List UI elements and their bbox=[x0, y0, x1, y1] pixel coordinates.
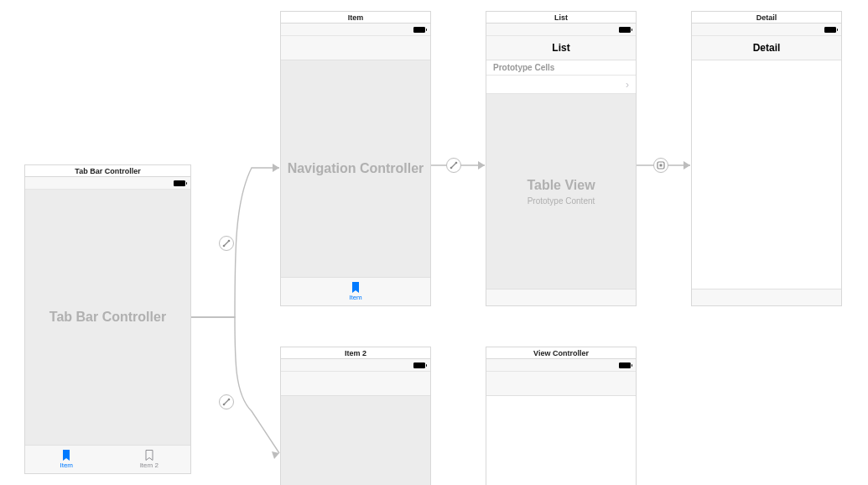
svg-point-8 bbox=[450, 167, 453, 169]
status-bar bbox=[25, 177, 190, 190]
tab-bar: Item bbox=[281, 277, 430, 305]
svg-marker-2 bbox=[478, 161, 485, 169]
svg-marker-1 bbox=[272, 451, 279, 459]
scene-item2[interactable]: Item 2 bbox=[280, 347, 431, 485]
table-placeholder-sub: Prototype Content bbox=[528, 196, 595, 206]
scene-title: Item 2 bbox=[281, 347, 430, 359]
scene-list[interactable]: List List Prototype Cells › Table View P… bbox=[486, 11, 637, 306]
scene-title: Tab Bar Controller bbox=[25, 165, 190, 177]
nav-bar-empty bbox=[281, 372, 430, 396]
scene-tab-bar-controller[interactable]: Tab Bar Controller Tab Bar Controller It… bbox=[24, 164, 191, 474]
tab-bar-placeholder bbox=[486, 289, 636, 305]
bookmark-icon bbox=[62, 450, 70, 461]
chevron-right-icon: › bbox=[626, 79, 629, 91]
nav-bar-empty bbox=[486, 372, 636, 396]
table-view[interactable]: Prototype Cells › Table View Prototype C… bbox=[486, 60, 636, 289]
bookmark-icon bbox=[145, 450, 153, 461]
scene-title: View Controller bbox=[486, 347, 636, 359]
table-placeholder: Table View Prototype Content bbox=[486, 94, 636, 289]
scene-title: Item bbox=[281, 12, 430, 23]
segue-badge-root[interactable] bbox=[446, 158, 461, 173]
bookmark-icon bbox=[351, 282, 360, 293]
segue-badge-relationship-2[interactable] bbox=[219, 394, 234, 409]
nav-bar: List bbox=[486, 36, 636, 60]
tab-item-1[interactable]: Item bbox=[25, 446, 108, 473]
tab-item-2[interactable]: Item 2 bbox=[108, 446, 191, 473]
nav-bar: Detail bbox=[692, 36, 841, 60]
status-bar bbox=[281, 359, 430, 372]
tab-label: Item bbox=[60, 462, 73, 469]
battery-icon bbox=[619, 362, 631, 368]
status-bar bbox=[486, 359, 636, 372]
svg-marker-3 bbox=[683, 161, 690, 169]
tab-bar-placeholder bbox=[692, 289, 841, 305]
vc-content bbox=[486, 396, 636, 485]
scene-item-nav-controller[interactable]: Item Navigation Controller Item bbox=[280, 11, 431, 306]
battery-icon bbox=[824, 27, 836, 33]
segue-badge-relationship-1[interactable] bbox=[219, 236, 234, 251]
nav-content: Navigation Controller bbox=[281, 60, 430, 277]
tab-bar: Item Item 2 bbox=[25, 445, 190, 473]
tab-item-single[interactable]: Item bbox=[342, 278, 369, 305]
table-placeholder-title: Table View bbox=[527, 178, 595, 193]
tab-label: Item bbox=[349, 294, 362, 301]
nav-bar-empty bbox=[281, 36, 430, 60]
tab-label: Item 2 bbox=[140, 462, 159, 469]
status-bar bbox=[486, 23, 636, 36]
battery-icon bbox=[174, 180, 185, 186]
battery-icon bbox=[413, 362, 425, 368]
scene-title: Detail bbox=[692, 12, 841, 23]
status-bar bbox=[281, 23, 430, 36]
svg-point-4 bbox=[223, 245, 226, 248]
segue-badge-show[interactable] bbox=[653, 158, 668, 173]
placeholder-label: Tab Bar Controller bbox=[49, 310, 166, 325]
svg-rect-11 bbox=[660, 164, 663, 167]
svg-point-9 bbox=[455, 162, 458, 164]
prototype-cell[interactable]: › bbox=[486, 76, 636, 94]
battery-icon bbox=[619, 27, 631, 33]
battery-icon bbox=[413, 27, 425, 33]
svg-point-7 bbox=[228, 399, 231, 401]
nav-title: List bbox=[552, 42, 569, 54]
scene-detail[interactable]: Detail Detail bbox=[691, 11, 842, 306]
status-bar bbox=[692, 23, 841, 36]
prototype-cells-header: Prototype Cells bbox=[486, 60, 636, 76]
item2-content bbox=[281, 396, 430, 485]
nav-title: Detail bbox=[753, 42, 781, 54]
placeholder-label: Navigation Controller bbox=[288, 161, 424, 176]
svg-point-5 bbox=[228, 240, 231, 242]
scene-title: List bbox=[486, 12, 636, 23]
svg-marker-0 bbox=[273, 164, 279, 172]
detail-content bbox=[692, 60, 841, 289]
svg-point-6 bbox=[223, 404, 226, 406]
scene-view-controller[interactable]: View Controller bbox=[486, 347, 637, 485]
tabbar-content: Tab Bar Controller bbox=[25, 190, 190, 445]
